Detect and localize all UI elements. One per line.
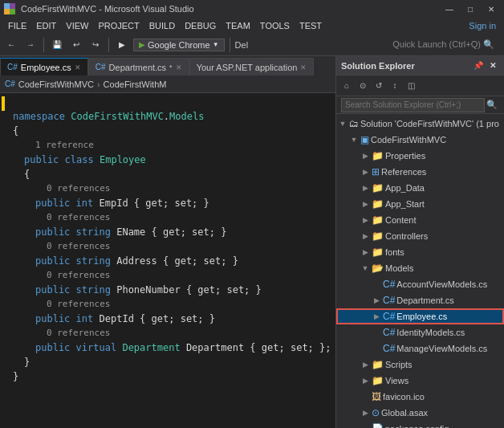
tree-item-app-start[interactable]: ▶ 📁 App_Start bbox=[336, 196, 504, 212]
tree-item-employee[interactable]: ▶ C# Employee.cs bbox=[336, 308, 504, 324]
menu-test[interactable]: TEST bbox=[295, 18, 327, 34]
menu-edit[interactable]: EDIT bbox=[31, 18, 61, 34]
sol-toolbar-view[interactable]: ◫ bbox=[404, 79, 418, 93]
toggle-references[interactable]: ▶ bbox=[360, 168, 370, 176]
menu-team[interactable]: TEAM bbox=[221, 18, 255, 34]
main-area: C# Employee.cs ✕ C# Department.cs * ✕ Yo… bbox=[0, 56, 504, 428]
tree-item-project[interactable]: ▼ ▣ CodeFirstWithMVC bbox=[336, 132, 504, 148]
tab-aspnet-close[interactable]: ✕ bbox=[300, 63, 307, 71]
tab-department-label: Department.cs bbox=[109, 63, 167, 72]
toggle-content[interactable]: ▶ bbox=[360, 216, 370, 224]
solution-explorer: Solution Explorer 📌 ✕ ⌂ ⊙ ↺ ↕ ◫ 🔍 ▼ 🗂 So… bbox=[335, 56, 504, 428]
tree-item-department[interactable]: ▶ C# Department.cs bbox=[336, 292, 504, 308]
tree-label-global: Global.asax bbox=[381, 408, 428, 418]
toolbar-save[interactable]: 💾 bbox=[49, 37, 65, 53]
tree-item-manageviewmodels[interactable]: C# ManageViewModels.cs bbox=[336, 340, 504, 357]
tab-employee-close[interactable]: ✕ bbox=[75, 63, 81, 71]
tree-item-references[interactable]: ▶ ⊞ References bbox=[336, 164, 504, 180]
toggle-solution[interactable]: ▼ bbox=[338, 120, 348, 128]
tree-label-employee: Employee.cs bbox=[396, 312, 447, 321]
tree-item-packages[interactable]: 📄 packages.config bbox=[336, 421, 504, 428]
tree-item-content[interactable]: ▶ 📁 Content bbox=[336, 212, 504, 228]
menu-bar: FILE EDIT VIEW PROJECT BUILD DEBUG TEAM … bbox=[0, 18, 504, 34]
menu-build[interactable]: BUILD bbox=[144, 18, 180, 34]
code-line: 0 references bbox=[13, 181, 335, 196]
search-box[interactable]: 🔍 bbox=[336, 96, 504, 114]
toolbar-undo[interactable]: ↩ bbox=[68, 37, 84, 53]
menu-view[interactable]: VIEW bbox=[61, 18, 93, 34]
close-btn[interactable]: ✕ bbox=[482, 0, 501, 18]
tree-item-properties[interactable]: ▶ 📁 Properties bbox=[336, 148, 504, 164]
references-icon: ⊞ bbox=[372, 166, 380, 177]
tab-department[interactable]: C# Department.cs * ✕ bbox=[88, 58, 189, 75]
maximize-btn[interactable]: □ bbox=[461, 0, 480, 18]
toolbar-forward[interactable]: → bbox=[22, 37, 39, 53]
breadcrumb-project[interactable]: CodeFirstWithMVC bbox=[18, 79, 94, 89]
tree-item-global[interactable]: ▶ ⊙ Global.asax bbox=[336, 405, 504, 421]
code-area[interactable]: namespace CodeFirstWithMVC.Models { 1 re… bbox=[0, 93, 335, 428]
toggle-properties[interactable]: ▶ bbox=[360, 152, 370, 160]
sol-toolbar-filter[interactable]: ⊙ bbox=[356, 79, 370, 93]
sol-toolbar-home[interactable]: ⌂ bbox=[339, 79, 354, 93]
solution-toolbar: ⌂ ⊙ ↺ ↕ ◫ bbox=[336, 75, 504, 96]
breadcrumb-file[interactable]: CodeFirstWithM bbox=[104, 79, 167, 89]
search-input[interactable] bbox=[341, 98, 485, 112]
toggle-global[interactable]: ▶ bbox=[360, 409, 370, 417]
tree-item-models[interactable]: ▼ 📂 Models bbox=[336, 260, 504, 276]
tree-item-identitymodels[interactable]: C# IdentityModels.cs bbox=[336, 324, 504, 340]
tree-item-favicon[interactable]: 🖼 favicon.ico bbox=[336, 389, 504, 405]
close-solution-icon[interactable]: ✕ bbox=[486, 59, 499, 72]
minimize-btn[interactable]: — bbox=[440, 0, 459, 18]
menu-file[interactable]: FILE bbox=[3, 18, 31, 34]
title-bar-controls[interactable]: — □ ✕ bbox=[440, 0, 501, 18]
tree-label-references: References bbox=[381, 167, 426, 177]
run-button[interactable]: ▶ Google Chrome ▼ bbox=[133, 39, 225, 51]
toggle-app-start[interactable]: ▶ bbox=[360, 200, 370, 208]
toggle-department[interactable]: ▶ bbox=[372, 296, 381, 304]
folder-icon: 📁 bbox=[372, 150, 384, 161]
tree-item-app-data[interactable]: ▶ 📁 App_Data bbox=[336, 180, 504, 196]
code-content: namespace CodeFirstWithMVC.Models { 1 re… bbox=[6, 93, 335, 428]
sol-toolbar-expand[interactable]: ↕ bbox=[388, 79, 402, 93]
run-dropdown-icon[interactable]: ▼ bbox=[213, 41, 219, 48]
cs-identitymodels-icon: C# bbox=[383, 327, 395, 338]
toggle-controllers[interactable]: ▶ bbox=[360, 232, 370, 240]
cs-department-icon: C# bbox=[383, 295, 395, 306]
tree-item-controllers[interactable]: ▶ 📁 Controllers bbox=[336, 228, 504, 244]
toggle-scripts[interactable]: ▶ bbox=[360, 361, 370, 369]
tree-label-manageviewmodels: ManageViewModels.cs bbox=[396, 344, 487, 353]
sol-toolbar-refresh[interactable]: ↺ bbox=[372, 79, 386, 93]
tab-aspnet-label: Your ASP.NET application bbox=[197, 63, 298, 72]
tree-label-accountviewmodels: AccountViewModels.cs bbox=[396, 279, 487, 289]
tree-item-scripts[interactable]: ▶ 📁 Scripts bbox=[336, 357, 504, 373]
toggle-views[interactable]: ▶ bbox=[360, 377, 370, 385]
breadcrumb-icon: C# bbox=[5, 79, 15, 88]
code-line: public int DeptId { get; set; } bbox=[13, 312, 335, 326]
toggle-app-data[interactable]: ▶ bbox=[360, 184, 370, 192]
tab-department-close[interactable]: ✕ bbox=[176, 63, 182, 71]
toggle-project[interactable]: ▼ bbox=[349, 136, 359, 144]
toolbar-back[interactable]: ← bbox=[3, 37, 19, 53]
toggle-fonts[interactable]: ▶ bbox=[360, 248, 370, 256]
search-icon[interactable]: 🔍 bbox=[485, 98, 499, 112]
svg-rect-0 bbox=[4, 3, 10, 9]
toolbar-start[interactable]: ▶ bbox=[114, 37, 130, 53]
code-line: 0 references bbox=[13, 297, 335, 312]
menu-tools[interactable]: TOOLS bbox=[255, 18, 295, 34]
cs-accountviewmodels-icon: C# bbox=[383, 279, 395, 290]
tab-employee[interactable]: C# Employee.cs ✕ bbox=[0, 58, 88, 75]
sign-in-link[interactable]: Sign in bbox=[464, 18, 501, 34]
solution-header-icons[interactable]: 📌 ✕ bbox=[472, 59, 499, 72]
indicator-bar bbox=[0, 93, 6, 428]
toggle-models[interactable]: ▼ bbox=[360, 264, 370, 272]
tree-item-solution[interactable]: ▼ 🗂 Solution 'CodeFirstWithMVC' (1 pro bbox=[336, 116, 504, 132]
menu-project[interactable]: PROJECT bbox=[93, 18, 144, 34]
toggle-employee[interactable]: ▶ bbox=[372, 312, 381, 320]
tab-aspnet[interactable]: Your ASP.NET application ✕ bbox=[189, 58, 315, 75]
menu-debug[interactable]: DEBUG bbox=[180, 18, 221, 34]
tree-item-accountviewmodels[interactable]: C# AccountViewModels.cs bbox=[336, 276, 504, 292]
tree-item-views[interactable]: ▶ 📁 Views bbox=[336, 373, 504, 389]
pin-icon[interactable]: 📌 bbox=[472, 59, 485, 72]
toolbar-redo[interactable]: ↪ bbox=[87, 37, 104, 53]
tree-item-fonts[interactable]: ▶ 📁 fonts bbox=[336, 244, 504, 260]
